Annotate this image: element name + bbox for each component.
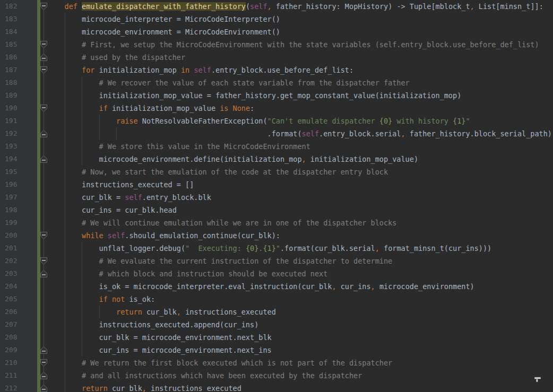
code-line[interactable]: for initialization_mop in self.entry_blo… [47,64,553,76]
code-line[interactable]: # We evaluate the current instruction of… [47,255,553,267]
code-line[interactable]: if not is_ok: [47,293,553,306]
editor-row: 204 is_ok = microcode_interpreter.eval_i… [0,280,553,293]
gutter-fold-column [40,165,47,178]
code-line[interactable]: cur_blk = self.entry_block.blk [47,191,553,204]
code-line[interactable]: def emulate_dispatcher_with_father_histo… [47,0,553,13]
code-line[interactable]: raise NotResolvableFatherException("Can'… [47,115,553,127]
code-line[interactable]: microcode_environment = MicroCodeEnviron… [47,25,553,38]
line-number[interactable]: 185 [0,38,37,51]
line-number[interactable]: 196 [0,178,37,191]
line-number[interactable]: 206 [0,306,37,318]
code-text: # First, we setup the MicroCodeEnvironme… [47,38,553,51]
token-d: emulate_dispatcher_with_father_history [82,2,246,11]
line-number[interactable]: 192 [0,127,37,140]
line-number[interactable]: 193 [0,140,37,153]
line-number[interactable]: 187 [0,64,37,76]
line-number[interactable]: 205 [0,293,37,306]
code-line[interactable]: cur_ins = cur_blk.head [47,204,553,216]
fold-start-icon[interactable] [40,41,47,48]
fold-end-icon[interactable] [40,385,47,392]
fold-end-icon[interactable] [40,54,47,61]
code-line[interactable]: # used by the dispatcher [47,51,553,64]
code-line[interactable]: # which block and instruction should be … [47,267,553,280]
line-number[interactable]: 198 [0,204,37,216]
fold-icon-part [42,362,46,363]
line-number[interactable]: 197 [0,191,37,204]
line-number[interactable]: 203 [0,267,37,280]
line-number[interactable]: 184 [0,25,37,38]
code-line[interactable]: cur_ins = microcode_environment.next_ins [47,344,553,356]
line-number[interactable]: 208 [0,331,37,344]
code-line[interactable]: is_ok = microcode_interpreter.eval_instr… [47,280,553,293]
line-number[interactable]: 186 [0,51,37,64]
code-text: instructions_executed = [] [47,178,553,191]
line-number[interactable]: 190 [0,102,37,115]
token-p: initialization_mop_value [108,104,220,112]
code-line[interactable]: # and all instructions which have been e… [47,369,553,382]
gutter-fold-column [40,318,47,331]
line-number[interactable]: 204 [0,280,37,293]
token-p: microcode_environment = MicroCodeEnviron… [47,28,280,36]
line-number[interactable]: 209 [0,344,37,356]
line-number[interactable]: 211 [0,369,37,382]
fold-end-icon[interactable] [40,270,47,277]
code-line[interactable]: instructions_executed.append(cur_ins) [47,318,553,331]
token-p: .should_emulation_continue(cur_blk): [125,231,280,240]
code-line[interactable]: # We recover the value of each state var… [47,76,553,89]
fold-end-icon[interactable] [40,155,47,163]
code-line[interactable]: unflat_logger.debug(" Executing: {0}.{1}… [47,242,553,255]
fold-start-icon[interactable] [40,104,47,112]
fold-start-icon[interactable] [40,359,47,367]
editor-row: 198 cur_ins = cur_blk.head [0,204,553,216]
fold-start-icon[interactable] [40,257,47,265]
line-number[interactable]: 199 [0,216,37,229]
fold-start-icon[interactable] [40,232,47,239]
line-number[interactable]: 188 [0,76,37,89]
code-line[interactable]: microcode_environment.define(initializat… [47,153,553,165]
code-line[interactable]: # We return the first block executed whi… [47,356,553,369]
token-s: " [465,117,470,125]
line-number[interactable]: 183 [0,13,37,25]
fold-icon-part [42,389,46,390]
editor-row: 212 return cur_blk, instructions_execute… [0,382,553,392]
fold-end-icon[interactable] [40,346,47,354]
line-number[interactable]: 191 [0,115,37,127]
line-number[interactable]: 207 [0,318,37,331]
line-number[interactable]: 201 [0,242,37,255]
editor-row: 206 return cur_blk, instructions_execute… [0,306,553,318]
code-line[interactable]: .format(self.entry_block.serial, father_… [47,127,553,140]
line-number[interactable]: 194 [0,153,37,165]
code-line[interactable]: cur_blk = microcode_environment.next_blk [47,331,553,344]
code-line[interactable]: # We store this value in the MicroCodeEn… [47,140,553,153]
token-o: , [142,384,146,392]
fold-end-icon[interactable] [40,130,47,137]
token-c: # We will continue emulation while we ar… [47,219,396,227]
line-number[interactable]: 202 [0,255,37,267]
code-line[interactable]: return cur_blk, instructions_executed [47,382,553,392]
line-number[interactable]: 210 [0,356,37,369]
code-line[interactable]: initialization_mop_value = father_histor… [47,89,553,102]
fold-start-icon[interactable] [40,3,47,10]
editor-row: 199 # We will continue emulation while w… [0,216,553,229]
code-line[interactable]: if initialization_mop_value is None: [47,102,553,115]
line-number[interactable]: 189 [0,89,37,102]
fold-icon-part [41,258,47,264]
code-line[interactable]: # First, we setup the MicroCodeEnvironme… [47,38,553,51]
code-line[interactable]: while self.should_emulation_continue(cur… [47,229,553,242]
fold-end-icon[interactable] [40,372,47,379]
code-line[interactable]: # We will continue emulation while we ar… [47,216,553,229]
code-line[interactable]: # Now, we start the emulation of the cod… [47,165,553,178]
line-number[interactable]: 212 [0,382,37,392]
code-line[interactable]: instructions_executed = [] [47,178,553,191]
token-p: unflat_logger.debug( [47,244,185,252]
fold-start-icon[interactable] [40,66,47,74]
token-p: father_history.block_serial_path)) [405,129,553,138]
line-number[interactable]: 182 [0,0,37,13]
line-number[interactable]: 200 [0,229,37,242]
line-number[interactable]: 195 [0,165,37,178]
editor-row: 190 if initialization_mop_value is None: [0,102,553,115]
code-text: def emulate_dispatcher_with_father_histo… [47,0,553,13]
code-line[interactable]: microcode_interpreter = MicroCodeInterpr… [47,13,553,25]
code-line[interactable]: return cur_blk, instructions_executed [47,306,553,318]
token-slf: self [125,193,142,202]
